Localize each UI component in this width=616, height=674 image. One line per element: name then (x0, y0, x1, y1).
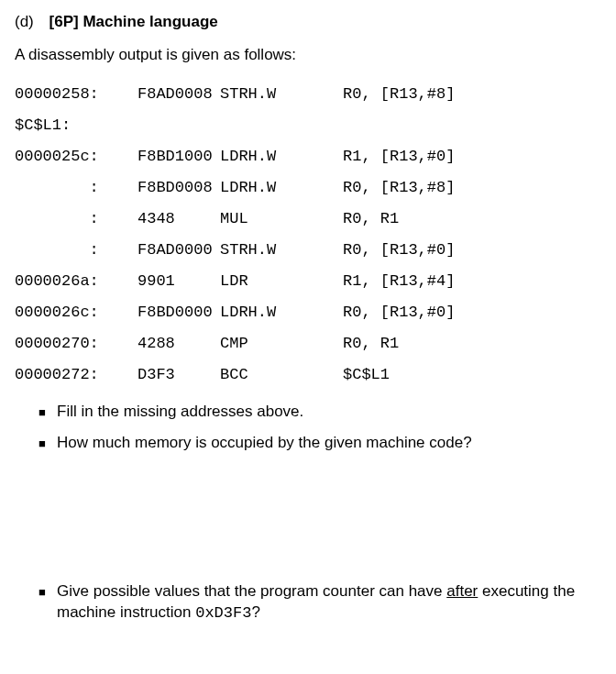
question-1: ■ Fill in the missing addresses above. (15, 402, 601, 424)
addr: : (15, 208, 110, 230)
listing-label: $C$L1: (15, 115, 71, 137)
operands: R0, [R13,#8] (343, 177, 455, 199)
operands: R1, [R13,#4] (343, 271, 455, 293)
operands: R0, R1 (343, 208, 399, 230)
operands: R0, [R13,#0] (343, 239, 455, 261)
square-bullet-icon: ■ (38, 402, 57, 424)
question-text: How much memory is occupied by the given… (57, 433, 472, 454)
listing-row: 00000258: F8AD0008 STRH.W R0, [R13,#8] (15, 79, 601, 110)
listing-row: : F8BD0008 LDRH.W R0, [R13,#8] (15, 172, 601, 204)
addr: : (15, 239, 110, 261)
addr: 0000026c: (15, 302, 110, 324)
addr: 0000026a: (15, 271, 110, 293)
opcode: 9901 (138, 271, 220, 293)
listing-row: 0000025c: F8BD1000 LDRH.W R1, [R13,#0] (15, 141, 601, 172)
opcode: F8BD0008 (138, 177, 220, 199)
mnemonic: LDRH.W (220, 177, 343, 199)
square-bullet-icon: ■ (38, 433, 57, 455)
disassembly-listing: 00000258: F8AD0008 STRH.W R0, [R13,#8] $… (15, 79, 601, 391)
opcode: D3F3 (138, 364, 220, 386)
underlined-word: after (446, 582, 478, 600)
section-part: (d) (15, 13, 34, 30)
mnemonic: LDRH.W (220, 302, 343, 324)
mnemonic: CMP (220, 333, 343, 355)
mnemonic: LDR (220, 271, 343, 293)
operands: R0, [R13,#8] (343, 83, 455, 105)
opcode: F8BD1000 (138, 146, 220, 168)
intro-text: A disassembly output is given as follows… (15, 44, 601, 66)
addr: 00000270: (15, 333, 110, 355)
square-bullet-icon: ■ (38, 581, 57, 603)
operands: R0, R1 (343, 333, 399, 355)
addr: 0000025c: (15, 146, 110, 168)
addr: : (15, 177, 110, 199)
listing-row: : F8AD0000 STRH.W R0, [R13,#0] (15, 235, 601, 266)
question-3: ■ Give possible values that the program … (15, 581, 601, 624)
mnemonic: STRH.W (220, 83, 343, 105)
opcode: F8AD0008 (138, 83, 220, 105)
question-2: ■ How much memory is occupied by the giv… (15, 433, 601, 455)
listing-row: 00000272: D3F3 BCC $C$L1 (15, 359, 601, 391)
addr: 00000258: (15, 83, 110, 105)
addr: 00000272: (15, 364, 110, 386)
opcode: F8AD0000 (138, 239, 220, 261)
listing-row: : 4348 MUL R0, R1 (15, 204, 601, 235)
opcode: F8BD0000 (138, 302, 220, 324)
listing-row: 0000026a: 9901 LDR R1, [R13,#4] (15, 266, 601, 297)
question-text: Fill in the missing addresses above. (57, 402, 303, 423)
listing-label-row: $C$L1: (15, 110, 601, 141)
section-tag: [6P] (50, 13, 79, 30)
opcode: 4348 (138, 208, 220, 230)
operands: R1, [R13,#0] (343, 146, 455, 168)
mnemonic: STRH.W (220, 239, 343, 261)
mnemonic: LDRH.W (220, 146, 343, 168)
listing-row: 0000026c: F8BD0000 LDRH.W R0, [R13,#0] (15, 297, 601, 328)
inline-code: 0xD3F3 (195, 604, 251, 622)
listing-row: 00000270: 4288 CMP R0, R1 (15, 328, 601, 359)
mnemonic: MUL (220, 208, 343, 230)
operands: R0, [R13,#0] (343, 302, 455, 324)
question-text: Give possible values that the program co… (57, 581, 601, 624)
operands: $C$L1 (343, 364, 390, 386)
mnemonic: BCC (220, 364, 343, 386)
section-title: Machine language (82, 13, 217, 30)
opcode: 4288 (138, 333, 220, 355)
section-heading: (d) [6P] Machine language (15, 11, 601, 33)
